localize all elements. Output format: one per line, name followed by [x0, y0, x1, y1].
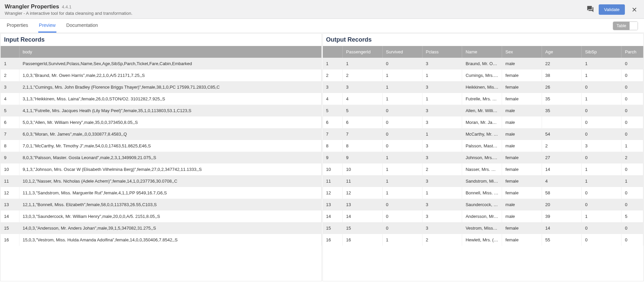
- input-col-body[interactable]: body: [19, 46, 321, 58]
- cell-name: Heikkinen, Mis…: [462, 81, 502, 93]
- modal-header: Wrangler Properties 4.4.1 Wrangler - A i…: [0, 0, 644, 19]
- table-row[interactable]: 32,1,1,"Cumings, Mrs. John Bradley (Flor…: [1, 81, 321, 93]
- cell-name: Allen, Mr. Willia…: [462, 105, 502, 116]
- cell-survived: 1: [383, 69, 423, 81]
- output-col-rownum[interactable]: [323, 46, 343, 58]
- cell-sex: male: [502, 58, 542, 69]
- cell-passengerid: 6: [343, 116, 383, 128]
- row-number: 16: [323, 234, 343, 246]
- output-col-passengerid[interactable]: PassengerId: [343, 46, 383, 58]
- cell-name: Saundercock, …: [462, 199, 502, 210]
- table-row[interactable]: 1615,0,3,"Vestrom, Miss. Hulda Amanda Ad…: [1, 234, 321, 246]
- row-number: 10: [1, 163, 19, 175]
- cell-sibsp: 0: [582, 81, 622, 93]
- header-left: Wrangler Properties 4.4.1 Wrangler - A i…: [5, 3, 133, 16]
- row-number: 7: [1, 128, 19, 140]
- cell-body: 7,0,1,"McCarthy, Mr. Timothy J",male,54,…: [19, 140, 321, 152]
- table-row[interactable]: 87,0,1,"McCarthy, Mr. Timothy J",male,54…: [1, 140, 321, 152]
- tab-bar: Properties Preview Documentation Table: [0, 19, 644, 33]
- cell-parch: 0: [622, 116, 643, 128]
- cell-sibsp: 1: [582, 93, 622, 105]
- table-row[interactable]: 1413,0,3,"Saundercock, Mr. William Henry…: [1, 210, 321, 222]
- cell-body: 12,1,1,"Bonnell, Miss. Elizabeth",female…: [19, 199, 321, 210]
- cell-parch: 0: [622, 128, 643, 140]
- cell-name: Moran, Mr. Jam…: [462, 116, 502, 128]
- table-row[interactable]: 54,1,1,"Futrelle, Mrs. Jacques Heath (Li…: [1, 105, 321, 116]
- table-row[interactable]: 1312,1,1,"Bonnell, Miss. Elizabeth",fema…: [1, 199, 321, 210]
- output-col-pclass[interactable]: Pclass: [422, 46, 462, 58]
- main-split: Input Records body 1PassengerId,Survived…: [0, 33, 644, 282]
- tab-documentation[interactable]: Documentation: [66, 19, 99, 33]
- output-col-parch[interactable]: Parch: [622, 46, 643, 58]
- table-row[interactable]: 111113Sandstrom, Mis…female411: [323, 175, 643, 187]
- cell-survived: 1: [383, 93, 423, 105]
- cell-passengerid: 15: [343, 222, 383, 234]
- table-row[interactable]: 101012Nasser, Mrs. Ni…female1410: [323, 163, 643, 175]
- cell-age: 39: [542, 210, 582, 222]
- cell-parch: 5: [622, 210, 643, 222]
- input-col-rownum[interactable]: [1, 46, 19, 58]
- output-col-survived[interactable]: Survived: [383, 46, 423, 58]
- tab-preview[interactable]: Preview: [38, 19, 56, 33]
- table-row[interactable]: 1514,0,3,"Andersson, Mr. Anders Johan",m…: [1, 222, 321, 234]
- table-row[interactable]: 65,0,3,"Allen, Mr. William Henry",male,3…: [1, 116, 321, 128]
- table-row[interactable]: 98,0,3,"Palsson, Master. Gosta Leonard",…: [1, 152, 321, 163]
- table-row[interactable]: 161612Hewlett, Mrs. (…female5500: [323, 234, 643, 246]
- output-col-age[interactable]: Age: [542, 46, 582, 58]
- cell-age: 35: [542, 93, 582, 105]
- table-row[interactable]: 109,1,3,"Johnson, Mrs. Oscar W (Elisabet…: [1, 163, 321, 175]
- cell-sex: male: [502, 116, 542, 128]
- table-row[interactable]: 5503Allen, Mr. Willia…male3500: [323, 105, 643, 116]
- table-row[interactable]: 7701McCarthy, Mr. T…male5400: [323, 128, 643, 140]
- cell-pclass: 3: [422, 81, 462, 93]
- input-table: body 1PassengerId,Survived,Pclass,Name,S…: [1, 46, 321, 246]
- cell-age: 58: [542, 187, 582, 199]
- table-row[interactable]: 131303Saundercock, …male2000: [323, 199, 643, 210]
- cell-passengerid: 12: [343, 187, 383, 199]
- table-row[interactable]: 9913Johnson, Mrs. …female2702: [323, 152, 643, 163]
- table-row[interactable]: 3313Heikkinen, Mis…female2600: [323, 81, 643, 93]
- cell-sibsp: 0: [582, 116, 622, 128]
- table-row[interactable]: 8803Palsson, Maste…male231: [323, 140, 643, 152]
- table-row[interactable]: 151503Vestrom, Miss. …female1400: [323, 222, 643, 234]
- tab-properties[interactable]: Properties: [6, 19, 29, 33]
- table-row[interactable]: 121211Bonnell, Miss. …female5800: [323, 187, 643, 199]
- cell-age: 35: [542, 105, 582, 116]
- output-col-sibsp[interactable]: SibSp: [582, 46, 622, 58]
- table-row[interactable]: 1110,1,2,"Nasser, Mrs. Nicholas (Adele A…: [1, 175, 321, 187]
- cell-name: Andersson, Mr. …: [462, 210, 502, 222]
- table-row[interactable]: 1211,1,3,"Sandstrom, Miss. Marguerite Ru…: [1, 187, 321, 199]
- cell-name: Cumings, Mrs. …: [462, 69, 502, 81]
- cell-survived: 0: [383, 222, 423, 234]
- table-row[interactable]: 43,1,3,"Heikkinen, Miss. Laina",female,2…: [1, 93, 321, 105]
- output-table-wrap[interactable]: PassengerId Survived Pclass Name Sex Age…: [323, 46, 644, 281]
- cell-body: PassengerId,Survived,Pclass,Name,Sex,Age…: [19, 58, 321, 69]
- cell-sibsp: 0: [582, 199, 622, 210]
- cell-name: Vestrom, Miss. …: [462, 222, 502, 234]
- table-row[interactable]: 141403Andersson, Mr. …male3915: [323, 210, 643, 222]
- table-row[interactable]: 21,0,3,"Braund, Mr. Owen Harris",male,22…: [1, 69, 321, 81]
- output-col-name[interactable]: Name: [462, 46, 502, 58]
- cell-sex: male: [502, 140, 542, 152]
- table-row[interactable]: 6603Moran, Mr. Jam…male00: [323, 116, 643, 128]
- table-row[interactable]: 2211Cumings, Mrs. …female3810: [323, 69, 643, 81]
- cell-age: 14: [542, 163, 582, 175]
- view-toggle[interactable]: Table: [613, 21, 638, 30]
- table-row[interactable]: 1103Braund, Mr. Ow…male2210: [323, 58, 643, 69]
- output-col-sex[interactable]: Sex: [502, 46, 542, 58]
- input-table-wrap[interactable]: body 1PassengerId,Survived,Pclass,Name,S…: [1, 46, 321, 281]
- comment-icon[interactable]: [587, 5, 594, 14]
- cell-survived: 1: [383, 152, 423, 163]
- close-icon[interactable]: ✕: [630, 6, 639, 14]
- cell-parch: 1: [622, 175, 643, 187]
- row-number: 6: [1, 116, 19, 128]
- table-row[interactable]: 1PassengerId,Survived,Pclass,Name,Sex,Ag…: [1, 58, 321, 69]
- table-row[interactable]: 76,0,3,"Moran, Mr. James",male,,0,0,3308…: [1, 128, 321, 140]
- cell-sex: female: [502, 81, 542, 93]
- row-number: 4: [1, 93, 19, 105]
- view-toggle-handle[interactable]: [630, 22, 638, 30]
- table-row[interactable]: 4411Futrelle, Mrs. J…female3510: [323, 93, 643, 105]
- cell-survived: 0: [383, 116, 423, 128]
- cell-body: 14,0,3,"Andersson, Mr. Anders Johan",mal…: [19, 222, 321, 234]
- validate-button[interactable]: Validate: [599, 4, 625, 15]
